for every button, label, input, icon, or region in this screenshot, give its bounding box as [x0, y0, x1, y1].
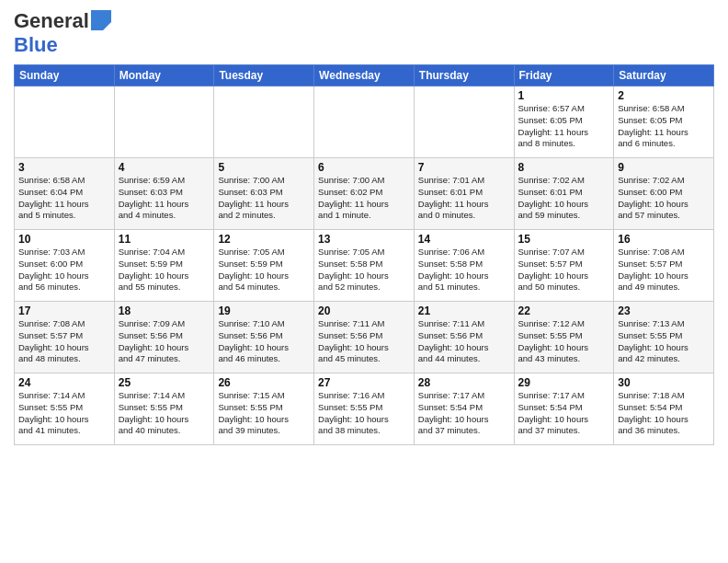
- day-number: 25: [119, 376, 210, 389]
- day-info: Sunrise: 7:07 AM Sunset: 5:57 PM Dayligh…: [518, 247, 610, 293]
- day-number: 9: [618, 161, 710, 174]
- calendar-cell: 11Sunrise: 7:04 AM Sunset: 5:59 PM Dayli…: [114, 230, 214, 302]
- calendar-cell: 23Sunrise: 7:13 AM Sunset: 5:55 PM Dayli…: [614, 302, 714, 373]
- day-number: 18: [119, 304, 210, 317]
- header: General Blue: [14, 9, 714, 57]
- weekday-header-wednesday: Wednesday: [314, 65, 415, 86]
- day-info: Sunrise: 7:04 AM Sunset: 5:59 PM Dayligh…: [119, 247, 210, 293]
- weekday-header-monday: Monday: [114, 65, 214, 86]
- weekday-header-row: SundayMondayTuesdayWednesdayThursdayFrid…: [15, 65, 714, 86]
- calendar-cell: 13Sunrise: 7:05 AM Sunset: 5:58 PM Dayli…: [314, 230, 415, 302]
- day-info: Sunrise: 7:09 AM Sunset: 5:56 PM Dayligh…: [119, 318, 210, 365]
- day-info: Sunrise: 6:59 AM Sunset: 6:03 PM Dayligh…: [119, 175, 210, 222]
- weekday-header-sunday: Sunday: [15, 65, 115, 86]
- day-number: 26: [218, 376, 310, 389]
- calendar-cell: 9Sunrise: 7:02 AM Sunset: 6:00 PM Daylig…: [614, 158, 714, 230]
- calendar-cell: 29Sunrise: 7:17 AM Sunset: 5:54 PM Dayli…: [514, 373, 614, 445]
- calendar-cell: 28Sunrise: 7:17 AM Sunset: 5:54 PM Dayli…: [414, 373, 514, 445]
- day-info: Sunrise: 7:01 AM Sunset: 6:01 PM Dayligh…: [418, 175, 510, 222]
- day-info: Sunrise: 7:17 AM Sunset: 5:54 PM Dayligh…: [518, 390, 610, 437]
- weekday-header-thursday: Thursday: [414, 65, 514, 86]
- calendar-cell: 26Sunrise: 7:15 AM Sunset: 5:55 PM Dayli…: [214, 373, 314, 445]
- day-number: 19: [218, 304, 310, 317]
- day-info: Sunrise: 7:16 AM Sunset: 5:55 PM Dayligh…: [318, 390, 410, 437]
- weekday-header-friday: Friday: [514, 65, 614, 86]
- day-info: Sunrise: 7:08 AM Sunset: 5:57 PM Dayligh…: [618, 247, 710, 293]
- day-number: 4: [119, 161, 210, 174]
- calendar-cell: 30Sunrise: 7:18 AM Sunset: 5:54 PM Dayli…: [614, 373, 714, 445]
- day-info: Sunrise: 7:15 AM Sunset: 5:55 PM Dayligh…: [218, 390, 310, 437]
- day-info: Sunrise: 7:06 AM Sunset: 5:58 PM Dayligh…: [418, 247, 510, 293]
- day-info: Sunrise: 7:10 AM Sunset: 5:56 PM Dayligh…: [218, 318, 310, 365]
- day-info: Sunrise: 7:00 AM Sunset: 6:03 PM Dayligh…: [218, 175, 310, 222]
- day-number: 29: [518, 376, 610, 389]
- calendar-cell: 1Sunrise: 6:57 AM Sunset: 6:05 PM Daylig…: [514, 86, 614, 158]
- day-number: 22: [518, 304, 610, 317]
- calendar-week-row: 24Sunrise: 7:14 AM Sunset: 5:55 PM Dayli…: [15, 373, 714, 445]
- calendar-cell: 27Sunrise: 7:16 AM Sunset: 5:55 PM Dayli…: [314, 373, 415, 445]
- weekday-header-tuesday: Tuesday: [214, 65, 314, 86]
- calendar-cell: 17Sunrise: 7:08 AM Sunset: 5:57 PM Dayli…: [15, 302, 115, 373]
- day-info: Sunrise: 7:11 AM Sunset: 5:56 PM Dayligh…: [418, 318, 510, 365]
- day-number: 15: [518, 233, 610, 246]
- calendar-cell: 15Sunrise: 7:07 AM Sunset: 5:57 PM Dayli…: [514, 230, 614, 302]
- day-info: Sunrise: 7:11 AM Sunset: 5:56 PM Dayligh…: [318, 318, 410, 365]
- calendar-cell: 5Sunrise: 7:00 AM Sunset: 6:03 PM Daylig…: [214, 158, 314, 230]
- calendar-cell: 8Sunrise: 7:02 AM Sunset: 6:01 PM Daylig…: [514, 158, 614, 230]
- day-number: 30: [618, 376, 710, 389]
- page-container: General Blue SundayMondayTuesdayWednesda…: [0, 0, 728, 450]
- calendar-cell: [214, 86, 314, 158]
- calendar-cell: [314, 86, 415, 158]
- logo: General Blue: [14, 9, 111, 57]
- day-number: 3: [18, 161, 110, 174]
- day-info: Sunrise: 7:00 AM Sunset: 6:02 PM Dayligh…: [318, 175, 410, 222]
- day-number: 28: [418, 376, 510, 389]
- calendar-cell: 14Sunrise: 7:06 AM Sunset: 5:58 PM Dayli…: [414, 230, 514, 302]
- day-number: 21: [418, 304, 510, 317]
- calendar-cell: 20Sunrise: 7:11 AM Sunset: 5:56 PM Dayli…: [314, 302, 415, 373]
- day-number: 16: [618, 233, 710, 246]
- day-number: 8: [518, 161, 610, 174]
- weekday-header-saturday: Saturday: [614, 65, 714, 86]
- day-info: Sunrise: 7:02 AM Sunset: 6:01 PM Dayligh…: [518, 175, 610, 222]
- day-number: 6: [318, 161, 410, 174]
- calendar-cell: 18Sunrise: 7:09 AM Sunset: 5:56 PM Dayli…: [114, 302, 214, 373]
- day-info: Sunrise: 7:14 AM Sunset: 5:55 PM Dayligh…: [119, 390, 210, 437]
- day-info: Sunrise: 7:14 AM Sunset: 5:55 PM Dayligh…: [18, 390, 110, 437]
- logo-icon: [91, 10, 111, 30]
- day-info: Sunrise: 7:12 AM Sunset: 5:55 PM Dayligh…: [518, 318, 610, 365]
- calendar-week-row: 17Sunrise: 7:08 AM Sunset: 5:57 PM Dayli…: [15, 302, 714, 373]
- logo-general: General: [14, 9, 89, 33]
- day-info: Sunrise: 7:05 AM Sunset: 5:58 PM Dayligh…: [318, 247, 410, 293]
- day-number: 2: [618, 89, 710, 102]
- logo-blue: Blue: [14, 33, 58, 56]
- day-info: Sunrise: 7:03 AM Sunset: 6:00 PM Dayligh…: [18, 247, 110, 293]
- day-info: Sunrise: 7:18 AM Sunset: 5:54 PM Dayligh…: [618, 390, 710, 437]
- day-info: Sunrise: 7:02 AM Sunset: 6:00 PM Dayligh…: [618, 175, 710, 222]
- day-info: Sunrise: 7:05 AM Sunset: 5:59 PM Dayligh…: [218, 247, 310, 293]
- day-number: 27: [318, 376, 410, 389]
- svg-marker-0: [91, 10, 111, 30]
- calendar-cell: [15, 86, 115, 158]
- calendar-cell: 10Sunrise: 7:03 AM Sunset: 6:00 PM Dayli…: [15, 230, 115, 302]
- day-number: 24: [18, 376, 110, 389]
- calendar-cell: [114, 86, 214, 158]
- calendar-week-row: 1Sunrise: 6:57 AM Sunset: 6:05 PM Daylig…: [15, 86, 714, 158]
- day-info: Sunrise: 7:08 AM Sunset: 5:57 PM Dayligh…: [18, 318, 110, 365]
- calendar-cell: 4Sunrise: 6:59 AM Sunset: 6:03 PM Daylig…: [114, 158, 214, 230]
- day-number: 7: [418, 161, 510, 174]
- calendar-table: SundayMondayTuesdayWednesdayThursdayFrid…: [14, 64, 714, 445]
- day-number: 14: [418, 233, 510, 246]
- calendar-week-row: 10Sunrise: 7:03 AM Sunset: 6:00 PM Dayli…: [15, 230, 714, 302]
- day-number: 17: [18, 304, 110, 317]
- calendar-cell: 12Sunrise: 7:05 AM Sunset: 5:59 PM Dayli…: [214, 230, 314, 302]
- day-info: Sunrise: 7:17 AM Sunset: 5:54 PM Dayligh…: [418, 390, 510, 437]
- day-number: 11: [119, 233, 210, 246]
- calendar-cell: [414, 86, 514, 158]
- day-number: 10: [18, 233, 110, 246]
- calendar-cell: 25Sunrise: 7:14 AM Sunset: 5:55 PM Dayli…: [114, 373, 214, 445]
- calendar-week-row: 3Sunrise: 6:58 AM Sunset: 6:04 PM Daylig…: [15, 158, 714, 230]
- calendar-cell: 21Sunrise: 7:11 AM Sunset: 5:56 PM Dayli…: [414, 302, 514, 373]
- calendar-cell: 22Sunrise: 7:12 AM Sunset: 5:55 PM Dayli…: [514, 302, 614, 373]
- calendar-cell: 6Sunrise: 7:00 AM Sunset: 6:02 PM Daylig…: [314, 158, 415, 230]
